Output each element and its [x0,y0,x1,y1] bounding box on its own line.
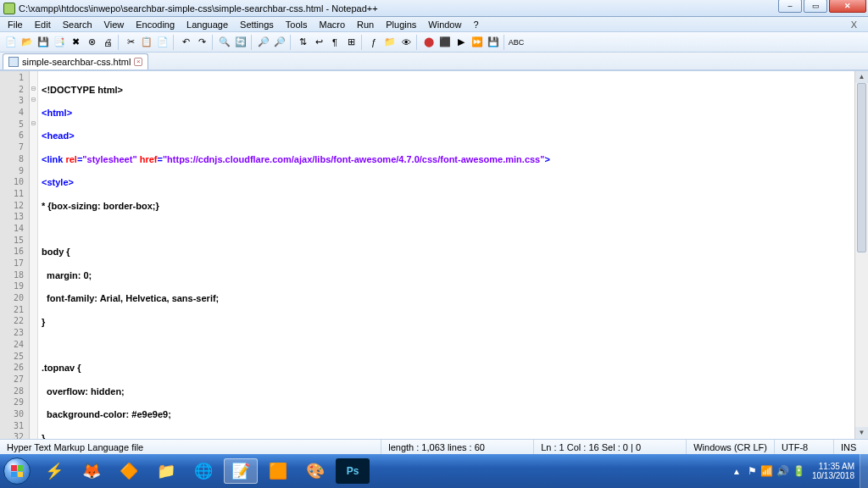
menu-tools[interactable]: Tools [280,19,314,30]
clock[interactable]: 11:35 AM 10/13/2018 [812,462,854,480]
close-all-icon[interactable]: ⊗ [84,35,99,50]
tray-network-icon[interactable]: 📶 [760,465,773,477]
file-tab[interactable]: simple-searchbar-css.html × [3,53,148,69]
toolbar: 📄 📂 💾 📑 ✖ ⊗ 🖨 ✂ 📋 📄 ↶ ↷ 🔍 🔄 🔎 🔎 ⇅ ↩ ¶ ⊞ … [0,32,868,53]
print-icon[interactable]: 🖨 [100,35,115,50]
editor: 1234567891011121314151617181920212223242… [0,70,868,439]
menu-edit[interactable]: Edit [29,19,57,30]
wrap-icon[interactable]: ↩ [311,35,326,50]
fold-icon[interactable]: ⊟ [30,119,37,131]
scroll-thumb[interactable] [857,83,866,252]
menu-settings[interactable]: Settings [234,19,280,30]
menu-bar: File Edit Search View Encoding Language … [0,17,868,32]
fold-icon[interactable]: ⊟ [30,96,37,108]
function-list-icon[interactable]: ƒ [366,35,381,50]
menu-plugins[interactable]: Plugins [380,19,422,30]
record-macro-icon[interactable]: ⬤ [421,35,437,50]
menu-search[interactable]: Search [57,19,98,30]
play-multi-icon[interactable]: ⏩ [470,35,485,50]
toolbar-separator [173,35,175,50]
undo-icon[interactable]: ↶ [178,35,193,50]
zoom-in-icon[interactable]: 🔎 [256,35,271,50]
fold-margin: ⊟⊟⊟ [30,71,38,439]
fold-icon[interactable]: ⊟ [30,85,37,97]
clock-date: 10/13/2018 [812,471,854,480]
menu-help[interactable]: ? [467,19,484,30]
window-controls: – ▭ ✕ [778,0,866,13]
clock-time: 11:35 AM [812,462,854,471]
menu-macro[interactable]: Macro [313,19,351,30]
menu-overflow-icon[interactable]: X [845,19,863,30]
sync-scroll-icon[interactable]: ⇅ [295,35,310,50]
menu-view[interactable]: View [98,19,131,30]
cut-icon[interactable]: ✂ [123,35,138,50]
menu-file[interactable]: File [2,19,29,30]
tab-bar: simple-searchbar-css.html × [0,53,868,70]
scroll-down-icon[interactable]: ▼ [855,427,868,439]
tab-label: simple-searchbar-css.html [22,57,131,67]
save-macro-icon[interactable]: 💾 [486,35,501,50]
close-file-icon[interactable]: ✖ [68,35,83,50]
new-file-icon[interactable]: 📄 [3,35,19,50]
taskbar-xampp-icon[interactable]: 🟧 [261,458,295,484]
tray-expand-icon[interactable]: ▲ [732,467,741,476]
taskbar-winamp-icon[interactable]: ⚡ [37,458,71,484]
title-bar: C:\xampp\htdocs\inwepo\searchbar-simple-… [0,0,868,17]
redo-icon[interactable]: ↷ [194,35,209,50]
menu-run[interactable]: Run [351,19,380,30]
toolbar-separator [416,35,419,50]
file-icon [8,57,19,67]
indent-guide-icon[interactable]: ⊞ [343,35,359,50]
toolbar-separator [251,35,253,50]
code-area[interactable]: <!DOCTYPE html> <html> <head> <link rel=… [38,71,854,439]
scroll-up-icon[interactable]: ▲ [855,71,868,83]
close-button[interactable]: ✕ [829,0,866,13]
save-icon[interactable]: 💾 [36,35,51,50]
line-numbers: 1234567891011121314151617181920212223242… [0,71,30,439]
taskbar-explorer-icon[interactable]: 📁 [149,458,183,484]
status-insert: INS [834,440,868,454]
taskbar-vlc-icon[interactable]: 🔶 [112,458,146,484]
taskbar-chrome-icon[interactable]: 🌐 [186,458,220,484]
window-title: C:\xampp\htdocs\inwepo\searchbar-simple-… [19,3,378,14]
app-icon [3,3,15,14]
vertical-scrollbar[interactable]: ▲ ▼ [854,71,868,439]
tab-close-icon[interactable]: × [134,58,142,66]
zoom-out-icon[interactable]: 🔎 [272,35,287,50]
taskbar-photoshop-icon[interactable]: Ps [336,458,370,484]
status-encoding: UTF-8 [775,440,834,454]
menu-language[interactable]: Language [181,19,234,30]
show-chars-icon[interactable]: ¶ [327,35,342,50]
minimize-button[interactable]: – [778,0,802,13]
save-all-icon[interactable]: 📑 [52,35,67,50]
toolbar-separator [504,35,506,50]
find-icon[interactable]: 🔍 [217,35,232,50]
menu-window[interactable]: Window [422,19,467,30]
status-position: Ln : 1 Col : 16 Sel : 0 | 0 [534,440,687,454]
show-desktop-button[interactable] [860,454,868,488]
copy-icon[interactable]: 📋 [139,35,154,50]
replace-icon[interactable]: 🔄 [233,35,248,50]
tray-action-center-icon[interactable]: ⚑ [748,465,757,477]
status-eol: Windows (CR LF) [687,440,775,454]
menu-encoding[interactable]: Encoding [130,19,181,30]
play-macro-icon[interactable]: ▶ [453,35,469,50]
taskbar: ⚡ 🦊 🔶 📁 🌐 📝 🟧 🎨 Ps ▲ ⚑ 📶 🔊 🔋 11:35 AM 10… [0,454,868,488]
start-button[interactable] [0,454,34,488]
toolbar-separator [212,35,214,50]
spellcheck-icon[interactable]: ABC [509,35,524,50]
status-bar: Hyper Text Markup Language file length :… [0,439,868,454]
taskbar-notepadpp-icon[interactable]: 📝 [224,458,258,484]
taskbar-paint-icon[interactable]: 🎨 [298,458,332,484]
maximize-button[interactable]: ▭ [804,0,827,13]
tray-battery-icon[interactable]: 🔋 [793,465,805,477]
open-file-icon[interactable]: 📂 [19,35,35,50]
folder-icon[interactable]: 📁 [382,35,398,50]
status-filetype: Hyper Text Markup Language file [0,440,381,454]
taskbar-firefox-icon[interactable]: 🦊 [75,458,108,484]
tray-volume-icon[interactable]: 🔊 [776,465,789,477]
status-length: length : 1,063 lines : 60 [381,440,534,454]
paste-icon[interactable]: 📄 [155,35,170,50]
monitor-icon[interactable]: 👁 [398,35,414,50]
stop-macro-icon[interactable]: ⬛ [437,35,453,50]
